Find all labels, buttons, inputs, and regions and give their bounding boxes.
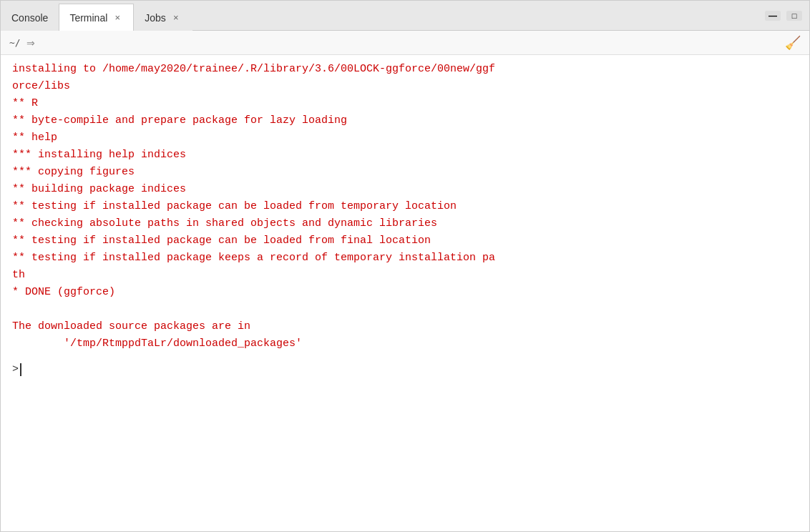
- console-line-10: ** checking absolute paths in shared obj…: [12, 215, 798, 232]
- console-line-3: ** R: [12, 95, 798, 112]
- console-line-blank: [12, 301, 798, 318]
- toolbar-right: 🧹: [785, 35, 801, 51]
- tab-jobs-close[interactable]: ×: [170, 12, 182, 24]
- tab-terminal-close[interactable]: ×: [112, 12, 123, 24]
- tab-console-label: Console: [11, 12, 48, 24]
- tab-jobs[interactable]: Jobs ×: [134, 4, 192, 31]
- tab-jobs-label: Jobs: [145, 12, 166, 24]
- minimize-button[interactable]: —: [765, 11, 781, 21]
- console-line-6: *** installing help indices: [12, 147, 798, 164]
- toolbar: ~/ ⇒ 🧹: [1, 31, 809, 55]
- tab-terminal-label: Terminal: [69, 12, 107, 24]
- console-line-8: ** building package indices: [12, 181, 798, 198]
- console-line-9: ** testing if installed package can be l…: [12, 198, 798, 215]
- console-line-2: orce/libs: [12, 78, 798, 95]
- window-controls: — □: [765, 11, 802, 21]
- console-line-15: The downloaded source packages are in: [12, 318, 798, 335]
- console-line-13: th: [12, 267, 798, 284]
- minimize-icon: —: [768, 11, 777, 21]
- tab-console[interactable]: Console: [1, 4, 59, 31]
- console-prompt-line[interactable]: >: [12, 361, 798, 378]
- main-window: Console Terminal × Jobs × — □ ~/ ⇒ 🧹 ins…: [0, 0, 810, 532]
- maximize-button[interactable]: □: [786, 11, 802, 21]
- console-line-5: ** help: [12, 129, 798, 147]
- console-line-16: '/tmp/RtmppdTaLr/downloaded_packages': [12, 335, 798, 353]
- maximize-icon: □: [792, 11, 797, 20]
- console-line-1: installing to /home/may2020/trainee/.R/l…: [12, 61, 798, 78]
- console-line-4: ** byte-compile and prepare package for …: [12, 112, 798, 129]
- console-line-14: * DONE (ggforce): [12, 284, 798, 301]
- prompt-symbol: >: [12, 361, 19, 378]
- tab-terminal[interactable]: Terminal ×: [59, 4, 134, 31]
- cursor: [20, 363, 21, 376]
- console-line-11: ** testing if installed package can be l…: [12, 232, 798, 250]
- console-line-12: ** testing if installed package keeps a …: [12, 250, 798, 267]
- current-path: ~/: [9, 37, 21, 48]
- clear-console-icon[interactable]: 🧹: [785, 36, 801, 50]
- console-line-7: *** copying figures: [12, 164, 798, 181]
- path-arrow-icon: ⇒: [26, 37, 35, 49]
- tab-bar: Console Terminal × Jobs × — □: [1, 1, 809, 31]
- console-output[interactable]: installing to /home/may2020/trainee/.R/l…: [1, 55, 809, 531]
